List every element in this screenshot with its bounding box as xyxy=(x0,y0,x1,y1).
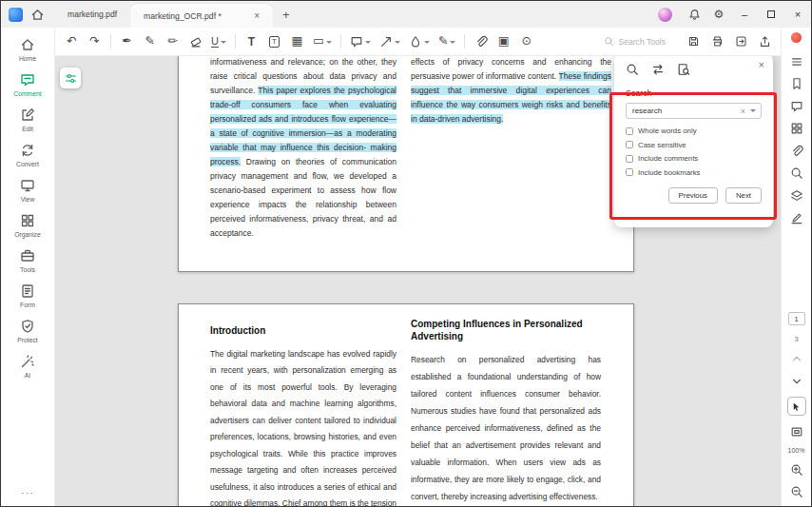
current-page-input[interactable]: 1 xyxy=(788,312,805,325)
chevron-down-icon xyxy=(365,41,371,47)
display-settings-button[interactable] xyxy=(60,68,81,88)
replace-swap-icon[interactable] xyxy=(651,63,665,76)
tab-marketing-ocr-pdf[interactable]: marketing_OCR.pdf * × xyxy=(130,4,273,28)
edit-pencil-icon xyxy=(20,107,35,123)
signature-pen-icon[interactable] xyxy=(790,211,803,224)
export-icon[interactable] xyxy=(735,35,747,48)
user-avatar[interactable] xyxy=(658,8,672,22)
home-icon[interactable] xyxy=(30,8,45,22)
sidebar-item-edit[interactable]: Edit xyxy=(1,102,54,137)
share-icon[interactable] xyxy=(759,35,771,48)
notifications-bell-icon[interactable] xyxy=(682,1,706,28)
section-body: Research on personalized advertising has… xyxy=(411,351,601,505)
marker-icon[interactable]: ✏ xyxy=(165,32,180,51)
table-button[interactable]: ▦ xyxy=(290,32,304,51)
highlight-pen-icon[interactable]: ✒ xyxy=(120,32,134,51)
sidebar-more-button[interactable]: ··· xyxy=(21,487,34,498)
search-input[interactable]: research × xyxy=(626,103,762,119)
sidebar-item-view[interactable]: View xyxy=(1,172,54,207)
clear-input-icon[interactable]: × xyxy=(741,107,745,116)
chevron-down-icon xyxy=(221,41,226,47)
close-window-button[interactable]: × xyxy=(784,1,811,28)
search-sidebar-icon[interactable] xyxy=(790,166,803,180)
line-arrow-button[interactable] xyxy=(379,32,400,51)
layers-icon[interactable] xyxy=(790,189,803,203)
maximize-button[interactable] xyxy=(758,1,784,28)
previous-page-chevron-icon[interactable] xyxy=(790,352,803,365)
search-in-document-icon[interactable] xyxy=(677,63,690,76)
visibility-eye-button[interactable]: ⊙ xyxy=(519,32,533,51)
next-page-chevron-icon[interactable] xyxy=(790,375,803,388)
search-panel: × Search research × Whole words only Cas… xyxy=(614,56,773,227)
shapes-button[interactable]: ▭ xyxy=(313,32,332,51)
attachments-icon[interactable] xyxy=(790,145,803,158)
zoom-out-icon[interactable] xyxy=(790,485,803,498)
text-box-button[interactable]: T xyxy=(267,32,281,51)
checkbox[interactable] xyxy=(626,155,633,163)
toolbar-separator xyxy=(340,34,341,49)
add-text-button[interactable]: T xyxy=(244,32,259,51)
tab-marketing-pdf[interactable]: marketing.pdf xyxy=(54,1,130,28)
close-search-panel-icon[interactable]: × xyxy=(759,59,764,70)
checkbox[interactable] xyxy=(626,141,633,148)
titlebar-right: ⚙ – × xyxy=(658,1,811,28)
chevron-down-icon xyxy=(326,41,332,47)
sticky-note-button[interactable] xyxy=(350,32,371,51)
option-whole-words[interactable]: Whole words only xyxy=(626,127,762,135)
panel-menu-icon[interactable] xyxy=(790,55,803,68)
chevron-down-icon xyxy=(395,41,400,47)
underline-tool-button[interactable]: U xyxy=(211,32,226,51)
sidebar-item-comment[interactable]: Comment xyxy=(1,67,54,102)
app-window: marketing.pdf marketing_OCR.pdf * × + ⚙ … xyxy=(0,0,812,507)
organize-grid-icon xyxy=(20,213,35,228)
select-tool-button[interactable] xyxy=(787,397,806,416)
zoom-in-icon[interactable] xyxy=(790,463,803,477)
sidebar-item-convert[interactable]: Convert xyxy=(1,137,54,172)
pen-icon[interactable]: ✎ xyxy=(143,32,157,51)
checkbox[interactable] xyxy=(626,168,633,176)
bookmarks-icon[interactable] xyxy=(790,77,803,90)
close-tab-icon[interactable]: × xyxy=(254,10,260,21)
ink-color-button[interactable] xyxy=(409,32,430,51)
undo-button[interactable]: ↶ xyxy=(65,32,79,51)
comments-list-icon[interactable] xyxy=(790,100,803,113)
fit-page-icon[interactable] xyxy=(790,425,803,439)
new-tab-button[interactable]: + xyxy=(273,8,300,22)
home-nav-icon xyxy=(20,37,35,52)
settings-gear-icon[interactable]: ⚙ xyxy=(706,1,731,28)
record-dot-icon[interactable] xyxy=(791,32,802,43)
pdf-page-1: informativeness and relevance; on the ot… xyxy=(178,56,634,272)
option-include-bookmarks[interactable]: Include bookmarks xyxy=(626,168,762,177)
redo-button[interactable]: ↷ xyxy=(87,32,102,51)
stamp-button[interactable]: ▣ xyxy=(496,32,511,51)
checkbox[interactable] xyxy=(626,127,633,135)
option-include-comments[interactable]: Include comments xyxy=(626,154,762,163)
search-history-chevron-icon[interactable] xyxy=(750,109,756,115)
sidebar-item-tools[interactable]: Tools xyxy=(1,243,54,278)
pencil-color-button[interactable]: ✎ xyxy=(438,32,455,51)
toolbar-separator xyxy=(235,34,236,49)
option-case-sensitive[interactable]: Case sensitive xyxy=(626,141,762,149)
next-button[interactable]: Next xyxy=(725,187,762,204)
sidebar-item-ai[interactable]: AI xyxy=(1,348,54,383)
sidebar-item-organize[interactable]: Organize xyxy=(1,207,54,243)
search-icon[interactable] xyxy=(626,63,639,76)
search-tools-button[interactable]: Search Tools xyxy=(604,36,666,47)
app-logo-icon[interactable] xyxy=(9,8,23,22)
attach-file-button[interactable] xyxy=(474,32,488,51)
print-icon[interactable] xyxy=(711,35,724,48)
search-input-value: research xyxy=(632,107,662,115)
minimize-button[interactable]: – xyxy=(731,1,758,28)
toolbar-separator xyxy=(110,34,111,49)
titlebar: marketing.pdf marketing_OCR.pdf * × + ⚙ … xyxy=(1,1,811,28)
sidebar-item-form[interactable]: Form xyxy=(1,278,54,313)
previous-button[interactable]: Previous xyxy=(668,187,718,204)
page-thumbnails-icon[interactable] xyxy=(790,122,803,135)
sidebar-item-home[interactable]: Home xyxy=(1,31,54,67)
left-sidebar: Home Comment Edit Convert View Organize … xyxy=(1,28,55,506)
sidebar-item-protect[interactable]: Protect xyxy=(1,313,54,348)
search-options: Whole words only Case sensitive Include … xyxy=(626,127,762,177)
save-icon[interactable] xyxy=(687,35,700,48)
eraser-icon[interactable] xyxy=(188,32,203,51)
zoom-level-label: 100% xyxy=(788,447,805,454)
